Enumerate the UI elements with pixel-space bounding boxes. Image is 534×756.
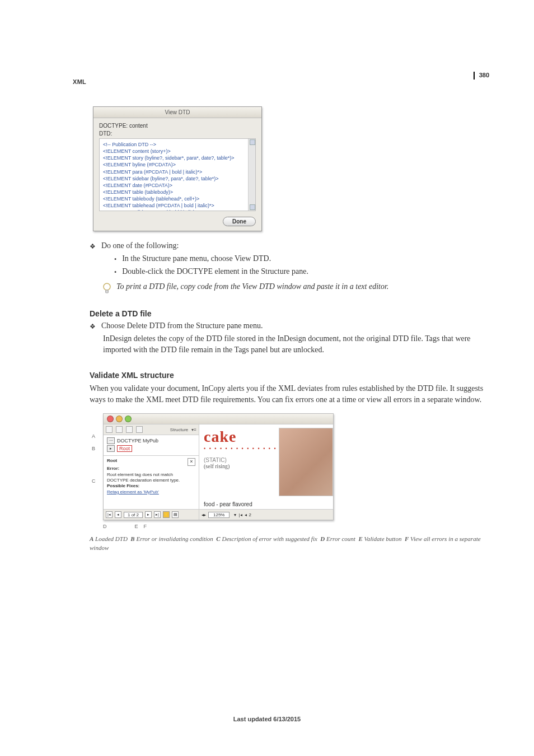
- diamond-bullet-icon: ❖: [90, 242, 96, 251]
- running-header: XML: [73, 78, 86, 85]
- nav-first-icon[interactable]: |◂: [106, 511, 113, 518]
- page-number: 380: [474, 72, 489, 80]
- tool-icon[interactable]: [106, 426, 113, 433]
- validate-paragraph: When you validate your document, InCopy …: [90, 383, 489, 406]
- root-node[interactable]: Root: [117, 445, 132, 452]
- callout-C: C: [92, 478, 96, 484]
- callout-A: A: [92, 433, 96, 439]
- callout-E: E: [135, 524, 138, 529]
- page-number-field[interactable]: 2: [249, 512, 251, 517]
- view-all-errors-icon[interactable]: ▤: [172, 511, 179, 518]
- tool-icon[interactable]: [116, 426, 123, 433]
- tool-icon[interactable]: [126, 426, 133, 433]
- nav-prev-icon[interactable]: ◂: [115, 511, 121, 518]
- tip-bulb-icon: [102, 282, 112, 295]
- error-root: Root: [107, 458, 117, 466]
- error-text: Root element tag does not match DOCTYPE …: [107, 472, 195, 484]
- window-title: View DTD: [93, 107, 261, 118]
- fix-label: Possible Fixes:: [107, 483, 195, 489]
- done-button[interactable]: Done: [223, 217, 256, 226]
- nav-last-icon[interactable]: ▸|: [154, 511, 161, 518]
- doctype-label: DOCTYPE: content: [99, 123, 256, 129]
- error-count: 1 of 2: [124, 512, 143, 518]
- tool-icon[interactable]: [136, 426, 143, 433]
- minimize-icon[interactable]: [116, 416, 123, 422]
- nav-next-icon[interactable]: ▸: [145, 511, 152, 518]
- svg-point-0: [104, 283, 110, 290]
- page-first-icon[interactable]: |◂: [238, 512, 242, 517]
- dtd-label: DTD:: [99, 130, 256, 137]
- doctype-node-icon[interactable]: ⋯: [107, 437, 115, 444]
- fix-link[interactable]: Retag element as 'MyPub': [107, 489, 195, 495]
- callout-D: D: [103, 524, 107, 529]
- window-titlebar: [104, 414, 333, 424]
- dropdown-icon[interactable]: ▾: [234, 512, 236, 517]
- callout-B: B: [92, 446, 96, 451]
- heading-validate: Validate XML structure: [90, 371, 489, 380]
- food-line: food - pear flavored: [204, 501, 252, 507]
- root-node-icon[interactable]: ▸: [107, 445, 115, 452]
- close-x-icon[interactable]: ×: [188, 458, 195, 466]
- heading-delete-dtd: Delete a DTD file: [90, 309, 489, 318]
- view-dtd-window: View DTD DOCTYPE: content DTD: <!-- Publ…: [93, 106, 262, 231]
- error-label: Error:: [107, 466, 195, 472]
- dtd-code-box: <!-- Publication DTD --> <!ELEMENT conte…: [99, 138, 256, 211]
- doctype-node[interactable]: DOCTYPE MyPub: [117, 438, 158, 444]
- structure-pane-label: Structure: [170, 427, 188, 432]
- do-one-text: Do one of the following:: [101, 241, 179, 250]
- delete-paragraph: InDesign deletes the copy of the DTD fil…: [103, 333, 489, 356]
- pane-menu-icon[interactable]: ▾≡: [191, 427, 196, 432]
- dot-bullet-icon: •: [114, 268, 116, 277]
- tip-text: To print a DTD file, copy code from the …: [116, 282, 388, 291]
- scrollbar[interactable]: [248, 139, 255, 211]
- validate-figure: A B C Struct: [93, 413, 339, 529]
- sub-bullet-2: Double-click the DOCTYPE element in the …: [122, 267, 308, 276]
- page-prev-icon[interactable]: ◂: [245, 512, 247, 517]
- zoom-arrow-icon[interactable]: ◂▸: [202, 512, 206, 517]
- cake-photo: [279, 428, 333, 496]
- validate-button-icon[interactable]: ⚡: [163, 511, 170, 518]
- diamond-bullet-icon: ❖: [90, 323, 96, 331]
- sub-bullet-1: In the Structure pane menu, choose View …: [122, 254, 271, 263]
- dot-bullet-icon: •: [114, 255, 116, 264]
- last-updated: Last updated 6/13/2015: [0, 716, 534, 722]
- close-icon[interactable]: [107, 416, 114, 422]
- zoom-level[interactable]: 125%: [208, 512, 229, 518]
- callout-F: F: [144, 524, 147, 529]
- delete-item: Choose Delete DTD from the Structure pan…: [101, 321, 263, 330]
- svg-rect-1: [106, 290, 109, 293]
- figure-caption: A Loaded DTD B Error or invalidating con…: [90, 535, 489, 553]
- zoom-icon[interactable]: [125, 416, 132, 422]
